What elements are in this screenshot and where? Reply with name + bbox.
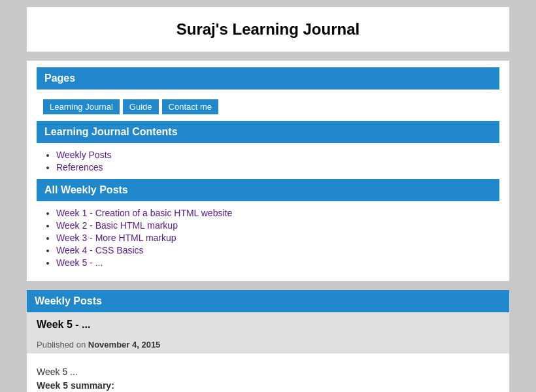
week3-link[interactable]: Week 3 - More HTML markup — [56, 233, 176, 243]
published-date: November 4, 2015 — [88, 340, 161, 350]
guide-button[interactable]: Guide — [123, 99, 159, 114]
list-item: Week 4 - CSS Basics — [56, 245, 499, 255]
learning-journal-button[interactable]: Learning Journal — [43, 99, 120, 114]
list-item: Week 5 - ... — [56, 257, 499, 268]
published-bar: Published on November 4, 2015 — [27, 336, 509, 353]
all-weekly-list: Week 1 - Creation of a basic HTML websit… — [37, 208, 499, 268]
list-item: Week 3 - More HTML markup — [56, 233, 499, 243]
contact-button[interactable]: Contact me — [162, 99, 218, 114]
weekly-post-title: Week 5 - ... — [27, 312, 509, 336]
week2-link[interactable]: Week 2 - Basic HTML markup — [56, 220, 178, 231]
weekly-posts-header: Weekly Posts — [27, 290, 509, 312]
week5-link[interactable]: Week 5 - ... — [56, 257, 103, 268]
lj-contents-list: Weekly Posts References — [37, 150, 499, 172]
header-box: Suraj's Learning Journal — [26, 7, 510, 52]
weekly-posts-box: Weekly Posts Week 5 - ... Published on N… — [26, 289, 510, 392]
pages-section-header: Pages — [37, 67, 499, 90]
weekly-posts-link[interactable]: Weekly Posts — [56, 150, 112, 160]
list-item: References — [56, 162, 499, 172]
list-item: Weekly Posts — [56, 150, 499, 160]
main-content-box: Pages Learning Journal Guide Contact me … — [26, 60, 510, 282]
published-prefix: Published on — [37, 340, 88, 350]
week1-link[interactable]: Week 1 - Creation of a basic HTML websit… — [56, 208, 232, 218]
weekly-post-body: Week 5 ... Week 5 summary: — [27, 360, 509, 392]
list-item: Week 2 - Basic HTML markup — [56, 220, 499, 231]
post-body-text: Week 5 ... — [37, 367, 499, 377]
page-title: Suraj's Learning Journal — [40, 20, 496, 39]
all-weekly-header: All Weekly Posts — [37, 179, 499, 201]
lj-contents-header: Learning Journal Contents — [37, 121, 499, 143]
nav-buttons: Learning Journal Guide Contact me — [37, 96, 499, 121]
week4-link[interactable]: Week 4 - CSS Basics — [56, 245, 144, 255]
references-link[interactable]: References — [56, 162, 103, 172]
list-item: Week 1 - Creation of a basic HTML websit… — [56, 208, 499, 218]
post-summary-label: Week 5 summary: — [37, 380, 114, 391]
